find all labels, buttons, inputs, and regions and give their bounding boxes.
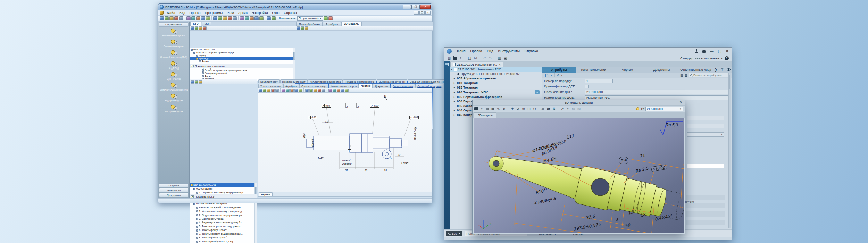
form-input[interactable] bbox=[687, 116, 724, 120]
tree-row[interactable]: Паз прямоугольный bbox=[190, 72, 295, 75]
sort-icon[interactable]: ❙⟍ bbox=[544, 73, 549, 77]
restore-button[interactable]: ❐ bbox=[411, 5, 420, 9]
toolbar-icon[interactable] bbox=[259, 16, 264, 20]
sidebar-item[interactable]: Код ЕСКД bbox=[159, 61, 189, 69]
toolbar-icon[interactable] bbox=[314, 89, 317, 92]
tree-row[interactable]: 1. Установить заготовку в патроне д... bbox=[190, 210, 257, 213]
title-bar[interactable]: ФайлПравкаВидИнструментыСправка — ▢ ✕ bbox=[444, 48, 732, 55]
sidebar-item[interactable]: Вид производства bbox=[159, 93, 189, 102]
save-icon[interactable]: ▥ bbox=[447, 56, 451, 60]
toolbar-icon[interactable] bbox=[165, 16, 169, 20]
mdi-close-button[interactable]: × bbox=[425, 11, 431, 15]
sidebar-item[interactable]: Цех - Участок bbox=[159, 72, 189, 80]
tab[interactable]: Предпросмотр карт bbox=[280, 79, 308, 83]
open-folder-icon[interactable] bbox=[453, 57, 457, 60]
edit-pencil-icon[interactable]: ✎ bbox=[496, 107, 501, 111]
close-button[interactable]: ✕ bbox=[726, 49, 729, 53]
filter-dropdown-icon[interactable]: ▼ bbox=[561, 73, 563, 77]
toolbar-icon[interactable] bbox=[299, 89, 302, 92]
expand-arrow-icon[interactable]: ▸ bbox=[454, 77, 457, 80]
refresh-icon[interactable]: ↻ bbox=[502, 107, 506, 111]
tab[interactable]: Основной материал bbox=[415, 84, 443, 88]
document-tab[interactable]: 21.5100.301 Наконечник Р... ✕ bbox=[450, 62, 503, 67]
expand-groups-icon[interactable]: ▩ bbox=[684, 73, 687, 77]
tech-tree-scrollbar[interactable] bbox=[254, 183, 257, 243]
copy-image-icon[interactable]: ▤ bbox=[485, 107, 490, 111]
tree-row[interactable]: Пруток Д16.Т.ПП КВ50П ГОСТ 21488-97 bbox=[450, 72, 542, 76]
import-icon[interactable]: ⇄ bbox=[546, 107, 551, 111]
search-scope-button[interactable]: Все ▼ bbox=[446, 231, 462, 236]
undo-icon[interactable]: ↶ bbox=[482, 56, 487, 60]
menu-item[interactable]: Правка bbox=[187, 11, 203, 15]
toolbar-icon[interactable] bbox=[191, 16, 195, 20]
form-input[interactable]: 21.5100.301 bbox=[585, 90, 729, 94]
expand-arrow-icon[interactable]: ▸ bbox=[454, 95, 457, 98]
toolbar-icon[interactable] bbox=[272, 16, 276, 20]
tree-row[interactable]: 9. Точить резьбу М16х1,5-8g bbox=[190, 240, 257, 243]
toolbar-icon[interactable] bbox=[179, 16, 183, 20]
expand-arrow-icon[interactable]: ▸ bbox=[454, 114, 457, 116]
toolbar-icon[interactable] bbox=[196, 16, 200, 20]
toolbar-icon[interactable] bbox=[341, 89, 344, 92]
expand-arrow-icon[interactable]: ▸ bbox=[454, 82, 457, 84]
toolbar-icon[interactable] bbox=[333, 89, 336, 92]
toolbar-icon[interactable] bbox=[322, 89, 325, 92]
tree-row[interactable]: 3. Центровать торец bbox=[190, 217, 257, 221]
menu-item[interactable]: Инструменты bbox=[495, 49, 522, 53]
tab[interactable]: Текст технологии bbox=[258, 84, 283, 88]
attribute-search[interactable] bbox=[689, 73, 729, 77]
expand-arrow-icon[interactable]: ▸ bbox=[454, 109, 457, 112]
menu-item[interactable]: PDM bbox=[225, 11, 236, 15]
toolbar-icon[interactable] bbox=[195, 80, 198, 84]
tab[interactable]: 3D-модель bbox=[341, 22, 362, 26]
menu-item[interactable]: Файл bbox=[454, 49, 468, 53]
reset-layout-icon[interactable] bbox=[328, 16, 333, 20]
tab[interactable]: Атрибуты bbox=[542, 67, 576, 73]
toolbar-icon[interactable] bbox=[337, 89, 340, 92]
toolbar-icon[interactable] bbox=[191, 80, 194, 84]
model-tab[interactable]: 3D-модель bbox=[474, 112, 496, 118]
form-input[interactable] bbox=[687, 124, 724, 128]
sidebar-item[interactable]: Тип производства bbox=[159, 104, 189, 113]
zoom-window-icon[interactable]: ⊡ bbox=[527, 107, 531, 111]
toolbar-icon[interactable] bbox=[297, 26, 300, 30]
form-scrollbar[interactable] bbox=[728, 73, 731, 228]
sidebar-item[interactable]: Основной материал (МиС) bbox=[159, 50, 189, 58]
menu-item[interactable]: Вид bbox=[177, 11, 187, 15]
mdi-restore-button[interactable]: ❐ bbox=[419, 11, 425, 15]
menu-item[interactable]: Файл bbox=[165, 11, 177, 15]
mdi-minimize-button[interactable]: – bbox=[414, 11, 419, 15]
lightbulb-icon[interactable] bbox=[636, 107, 639, 110]
sidebar-mode-button[interactable]: Подписи bbox=[159, 183, 189, 187]
close-tab-icon[interactable]: ✕ bbox=[499, 63, 501, 66]
toolbar-icon[interactable] bbox=[186, 16, 191, 20]
tree-row[interactable]: Торец bbox=[190, 54, 295, 57]
show-kte-checkbox[interactable]: ✔ bbox=[191, 195, 194, 198]
tree-row[interactable]: Цилиндр bbox=[190, 57, 295, 60]
notifications-icon[interactable] bbox=[702, 50, 706, 53]
archive-icon[interactable]: ▦ bbox=[497, 56, 502, 60]
redo-icon[interactable]: ↷ bbox=[488, 56, 493, 60]
toolbar-icon[interactable] bbox=[267, 16, 271, 20]
tab[interactable]: Ответственные лица bbox=[299, 84, 328, 88]
model-combo[interactable]: 21.5100.301 ▼ bbox=[645, 107, 683, 111]
tree-row[interactable]: 6. Точить фаску 1,6х45° bbox=[190, 228, 257, 232]
sidebar-header[interactable]: Справочники bbox=[159, 22, 189, 27]
sort-dropdown-icon[interactable]: ▼ bbox=[550, 73, 552, 77]
model-params-icon[interactable]: ▦ bbox=[491, 107, 495, 111]
tab[interactable]: Коллективная разработка bbox=[308, 79, 343, 83]
tree-row[interactable]: ▸010 Токарная bbox=[450, 81, 542, 85]
print-icon[interactable]: ▣ bbox=[503, 56, 508, 60]
toolbar-icon[interactable] bbox=[254, 16, 259, 20]
tab[interactable]: КТЭ bbox=[190, 22, 201, 26]
toolbar-icon[interactable] bbox=[199, 26, 202, 30]
form-input[interactable] bbox=[687, 164, 724, 168]
sidebar-mode-button[interactable]: Программы bbox=[159, 193, 189, 197]
rotate-icon[interactable]: ↺ bbox=[516, 107, 520, 111]
tree-row[interactable]: 8. Точить фаску 1,6х45° bbox=[190, 236, 257, 240]
toolbar-icon[interactable] bbox=[245, 16, 249, 20]
menu-item[interactable]: Программы bbox=[203, 11, 225, 15]
new-doc-icon[interactable]: ▱ bbox=[541, 107, 545, 111]
tree-row[interactable]: ▸005 Абразивно-отрезная bbox=[450, 76, 542, 81]
open-dropdown-icon[interactable]: ▼ bbox=[479, 107, 484, 111]
